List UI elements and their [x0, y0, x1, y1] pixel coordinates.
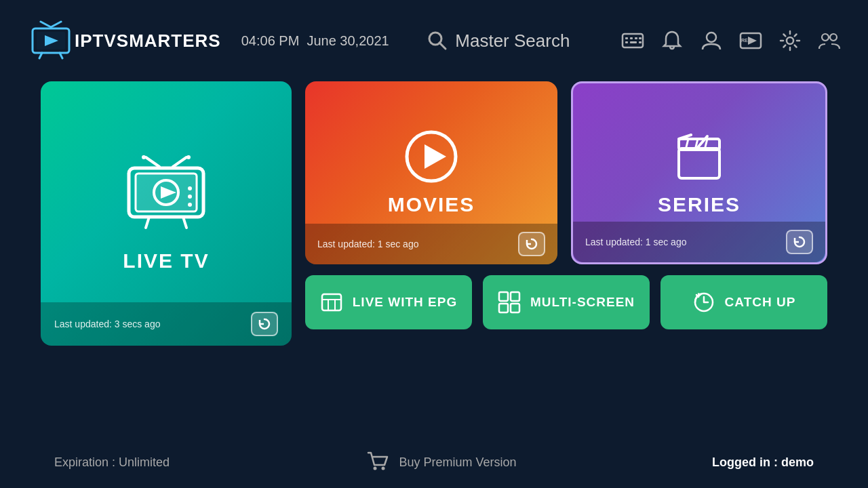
svg-rect-10: [625, 37, 628, 39]
svg-rect-9: [623, 34, 643, 47]
svg-rect-46: [322, 294, 341, 310]
svg-point-17: [707, 33, 716, 42]
svg-rect-52: [499, 304, 508, 312]
svg-rect-39: [679, 148, 719, 178]
live-tv-last-updated: Last updated: 3 secs ago: [54, 319, 160, 329]
multi-screen-button[interactable]: MULTI-SCREEN: [483, 275, 650, 329]
catch-up-icon: [692, 291, 715, 314]
series-title: SERIES: [658, 193, 741, 216]
logo-area: IPTVSMARTERS: [27, 20, 221, 61]
svg-point-34: [188, 186, 192, 190]
notification-icon[interactable]: [660, 29, 684, 52]
svg-rect-12: [635, 37, 637, 39]
live-tv-card[interactable]: LIVE TV Last updated: 3 secs ago: [41, 81, 292, 346]
series-clapper-icon: [672, 129, 726, 184]
svg-line-8: [439, 43, 446, 49]
main-content: LIVE TV Last updated: 3 secs ago MOVIES: [0, 81, 868, 346]
series-last-updated: Last updated: 1 sec ago: [585, 237, 686, 247]
movies-card[interactable]: MOVIES Last updated: 1 sec ago: [305, 81, 557, 264]
header: IPTVSMARTERS 04:06 PM June 30,2021 Maste…: [0, 0, 868, 81]
svg-point-35: [188, 195, 192, 199]
logo-text: IPTVSMARTERS: [75, 30, 221, 52]
search-icon: [427, 30, 448, 52]
svg-point-36: [188, 203, 192, 207]
buy-premium-label: Buy Premium Version: [399, 455, 517, 470]
svg-marker-38: [425, 144, 446, 169]
keyboard-icon[interactable]: [621, 29, 644, 52]
svg-line-25: [173, 157, 186, 167]
svg-rect-15: [639, 37, 642, 39]
live-epg-label: LIVE WITH EPG: [353, 295, 457, 310]
live-epg-button[interactable]: LIVE WITH EPG: [305, 275, 472, 329]
logged-in-text: Logged in : demo: [712, 455, 814, 470]
svg-rect-51: [511, 292, 519, 301]
catch-up-button[interactable]: CATCH UP: [660, 275, 827, 329]
svg-text:REC: REC: [741, 38, 751, 43]
svg-point-56: [381, 467, 384, 470]
svg-point-55: [373, 467, 376, 470]
search-bar[interactable]: Master Search: [427, 30, 570, 52]
svg-point-21: [787, 37, 793, 44]
header-icons: REC: [621, 29, 841, 52]
live-tv-icon: [122, 155, 210, 236]
expiration-text: Expiration : Unlimited: [54, 455, 170, 470]
live-tv-refresh-button[interactable]: [251, 312, 278, 336]
svg-rect-53: [511, 304, 519, 312]
catch-up-label: CATCH UP: [725, 295, 796, 310]
page-footer: Expiration : Unlimited Buy Premium Versi…: [0, 450, 868, 474]
series-refresh-icon: [792, 235, 807, 249]
live-tv-footer: Last updated: 3 secs ago: [41, 302, 292, 346]
svg-line-24: [146, 157, 159, 167]
svg-point-22: [822, 34, 829, 41]
svg-rect-14: [630, 41, 637, 43]
svg-line-0: [41, 22, 51, 27]
svg-line-1: [51, 22, 61, 27]
movies-refresh-icon: [524, 237, 539, 251]
multi-screen-icon: [498, 291, 521, 314]
refresh-icon: [257, 317, 272, 331]
multi-screen-label: MULTI-SCREEN: [530, 295, 635, 310]
svg-rect-11: [630, 37, 633, 39]
right-column: MOVIES Last updated: 1 sec ago: [305, 81, 827, 329]
datetime: 04:06 PM June 30,2021: [241, 33, 389, 49]
top-row: MOVIES Last updated: 1 sec ago: [305, 81, 827, 264]
movies-title: MOVIES: [388, 193, 475, 216]
movies-footer: Last updated: 1 sec ago: [305, 224, 557, 264]
switch-user-icon[interactable]: [818, 29, 841, 52]
svg-point-26: [142, 155, 146, 159]
user-icon[interactable]: [700, 29, 723, 52]
series-refresh-button[interactable]: [786, 230, 813, 254]
live-tv-title: LIVE TV: [123, 249, 209, 272]
svg-point-23: [830, 34, 837, 41]
search-label: Master Search: [455, 30, 570, 52]
settings-icon[interactable]: [778, 29, 802, 52]
record-icon[interactable]: REC: [739, 29, 762, 52]
series-footer: Last updated: 1 sec ago: [573, 222, 825, 262]
movies-last-updated: Last updated: 1 sec ago: [317, 239, 418, 249]
svg-rect-13: [625, 41, 628, 43]
series-card[interactable]: SERIES Last updated: 1 sec ago: [571, 81, 827, 264]
movies-play-icon: [404, 129, 458, 184]
svg-rect-16: [639, 41, 642, 43]
logo-icon: [27, 20, 75, 61]
bottom-buttons-row: LIVE WITH EPG MULTI-SCREEN: [305, 275, 827, 329]
movies-refresh-button[interactable]: [518, 232, 545, 256]
svg-rect-50: [499, 292, 508, 301]
live-epg-icon: [320, 291, 343, 314]
svg-point-27: [186, 155, 191, 159]
cart-icon: [366, 450, 390, 474]
buy-premium-button[interactable]: Buy Premium Version: [366, 450, 517, 474]
